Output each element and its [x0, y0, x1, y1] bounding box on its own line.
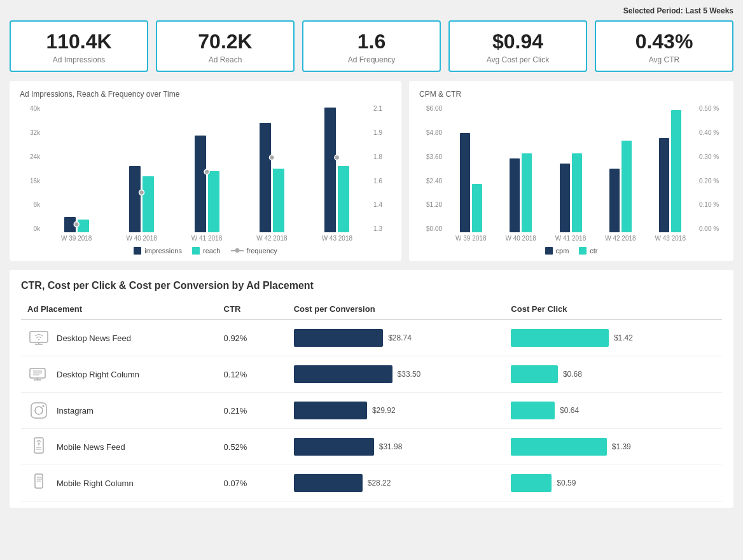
ctr-cell: 0.92%	[218, 319, 288, 356]
cost-conversion-value: $33.50	[398, 370, 421, 379]
svg-point-13	[43, 405, 45, 407]
table-row: Instagram 0.21% $29.92 $0.64	[21, 393, 722, 429]
cost-conversion-cell: $33.50	[288, 356, 505, 393]
ctr-cell: 0.52%	[218, 429, 288, 465]
cost-conversion-cell: $28.22	[288, 465, 505, 501]
placement-name: Mobile Right Column	[57, 479, 134, 488]
kpi-label-reach: Ad Reach	[163, 55, 287, 64]
right-chart-title: CPM & CTR	[419, 90, 723, 99]
placement-cell: Desktop Right Column	[21, 356, 218, 393]
bar-ctr	[572, 153, 582, 232]
svg-point-15	[38, 444, 39, 445]
placement-name: Desktop Right Column	[57, 370, 139, 379]
kpi-value-reach: 70.2K	[163, 31, 287, 53]
cost-conversion-bar	[294, 402, 367, 419]
table-row: Desktop Right Column 0.12% $33.50 $0.68	[21, 356, 722, 393]
placement-cell: Mobile News Feed	[21, 429, 218, 465]
kpi-card-cpc: $0.94 Avg Cost per Click	[448, 20, 587, 72]
kpi-label-cpc: Avg Cost per Click	[456, 55, 580, 64]
selected-period: Selected Period: Last 5 Weeks	[10, 6, 733, 15]
table-row: Desktop News Feed 0.92% $28.74 $1.42	[21, 319, 722, 356]
cost-conversion-cell: $28.74	[288, 319, 505, 356]
cost-click-value: $1.42	[614, 333, 633, 342]
kpi-value-cpc: $0.94	[456, 31, 580, 53]
cpm-bar-group	[595, 105, 645, 232]
cost-click-bar	[511, 402, 555, 419]
right-chart-legend: cpmctr	[419, 247, 723, 255]
bar-reach	[142, 176, 154, 232]
legend-item-reach: reach	[192, 247, 221, 255]
left-chart-box: Ad Impressions, Reach & Frequency over T…	[10, 81, 401, 261]
kpi-row: 110.4K Ad Impressions 70.2K Ad Reach 1.6…	[10, 20, 733, 72]
bar-cpm	[609, 169, 620, 232]
cost-click-bar	[511, 474, 552, 492]
ctr-cell: 0.07%	[218, 465, 288, 501]
kpi-value-ctr: 0.43%	[602, 31, 726, 53]
bar-cpm	[460, 133, 470, 232]
bar-ctr	[671, 110, 681, 232]
selected-period-value: Last 5 Weeks	[685, 6, 733, 15]
placement-table: Ad Placement CTR Cost per Conversion Cos…	[21, 300, 722, 501]
bar-cpm	[510, 158, 520, 232]
svg-rect-11	[31, 403, 46, 418]
col-header-cost-conversion: Cost per Conversion	[288, 300, 505, 319]
placement-cell: Instagram	[21, 393, 218, 429]
table-row: Mobile News Feed 0.52% $31.98 $1.39	[21, 429, 722, 465]
table-section: CTR, Cost per Click & Cost per Conversio…	[10, 270, 733, 508]
svg-point-6	[38, 339, 39, 340]
bar-impressions	[195, 136, 206, 232]
cost-conversion-value: $28.74	[388, 333, 412, 342]
cost-conversion-cell: $29.92	[288, 393, 505, 429]
cost-click-value: $0.59	[557, 479, 576, 487]
bar-group	[109, 105, 174, 232]
kpi-card-reach: 70.2K Ad Reach	[156, 20, 295, 72]
cost-conversion-bar	[294, 438, 374, 456]
kpi-label-frequency: Ad Frequency	[310, 55, 433, 64]
table-row: Mobile Right Column 0.07% $28.22 $0.59	[21, 465, 722, 501]
right-chart-box: CPM & CTR $6.00$4.80$3.60$2.40$1.20$0.00…	[409, 81, 733, 261]
col-header-ctr: CTR	[218, 300, 288, 319]
cpm-bar-group	[546, 105, 595, 232]
cost-conversion-value: $31.98	[379, 442, 403, 451]
legend-item-cpm-ctr: ctr	[579, 247, 597, 255]
cost-conversion-value: $28.22	[368, 479, 391, 487]
kpi-label-ctr: Avg CTR	[602, 55, 726, 64]
cost-click-cell: $0.64	[504, 393, 722, 429]
placement-name: Instagram	[57, 406, 94, 416]
bar-reach	[208, 171, 219, 232]
cost-click-bar	[511, 365, 558, 383]
cost-click-cell: $1.42	[504, 319, 722, 356]
placement-icon	[27, 363, 50, 386]
kpi-card-ctr: 0.43% Avg CTR	[595, 20, 733, 72]
bar-group	[305, 105, 370, 232]
placement-name: Mobile News Feed	[57, 442, 125, 452]
selected-period-label: Selected Period:	[623, 6, 683, 15]
bar-impressions	[64, 217, 76, 232]
bar-group	[239, 105, 304, 232]
bar-reach	[78, 220, 89, 232]
svg-point-12	[35, 407, 43, 414]
cost-click-value: $0.68	[563, 370, 582, 379]
kpi-card-frequency: 1.6 Ad Frequency	[302, 20, 441, 72]
bar-reach	[273, 169, 284, 232]
ctr-cell: 0.12%	[218, 356, 288, 393]
cost-conversion-bar	[294, 329, 383, 347]
bar-group	[44, 105, 109, 232]
cpm-bar-group	[446, 105, 496, 232]
placement-cell: Desktop News Feed	[21, 319, 218, 356]
cost-click-cell: $0.68	[504, 356, 722, 393]
cost-click-bar	[511, 438, 606, 456]
left-chart-legend: impressionsreachfrequency	[20, 247, 391, 255]
ctr-cell: 0.21%	[218, 393, 288, 429]
cpm-bar-group	[496, 105, 545, 232]
legend-item-cpm-cpm: cpm	[545, 247, 569, 255]
bar-cpm	[560, 164, 570, 232]
cost-conversion-bar	[294, 474, 363, 492]
bar-reach	[338, 166, 349, 232]
cost-click-cell: $1.39	[504, 429, 722, 465]
placement-icon	[27, 399, 50, 422]
legend-item-frequency: frequency	[231, 247, 277, 255]
bar-group	[174, 105, 239, 232]
cost-click-value: $1.39	[612, 442, 631, 451]
kpi-value-frequency: 1.6	[310, 31, 433, 53]
